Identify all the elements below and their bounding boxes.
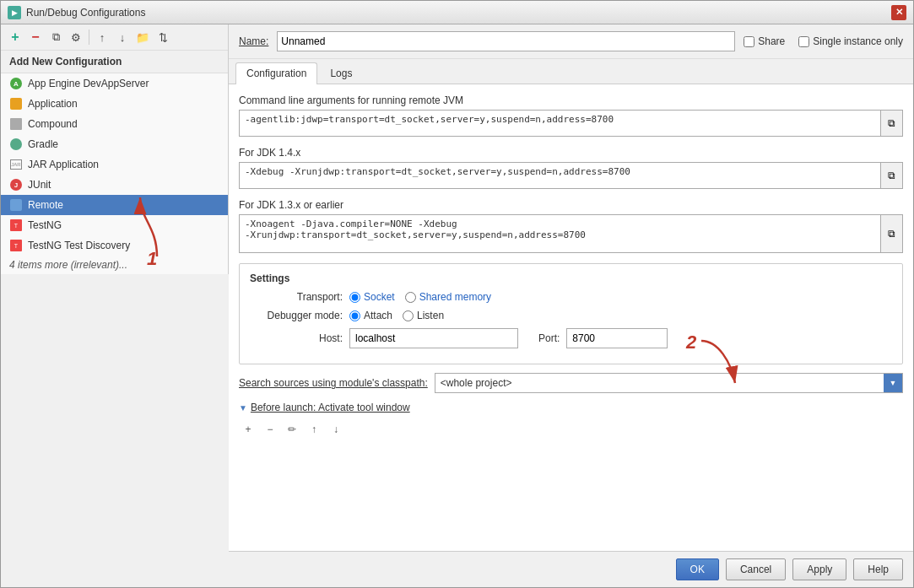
move-down-button[interactable]: ↓ [113, 28, 132, 46]
bottom-bar: OK Cancel Apply Help [229, 551, 913, 587]
close-button[interactable]: ✕ [891, 5, 906, 20]
collapse-button[interactable]: ▼ [239, 403, 247, 413]
jdk14-copy-button[interactable]: ⧉ [881, 162, 903, 189]
ok-button[interactable]: OK [676, 558, 719, 580]
cmd-args-textarea[interactable]: -agentlib:jdwp=transport=dt_socket,serve… [239, 110, 881, 137]
jdk13-copy-button[interactable]: ⧉ [881, 214, 903, 253]
config-item-remote[interactable]: Remote [1, 195, 228, 215]
window-title: Run/Debug Configurations [26, 7, 145, 19]
cmd-args-copy-button[interactable]: ⧉ [881, 110, 903, 137]
folder-button[interactable]: 📁 [133, 28, 152, 46]
tab-logs[interactable]: Logs [319, 62, 363, 84]
config-panel: Command line arguments for running remot… [229, 84, 913, 551]
single-instance-checkbox-label[interactable]: Single instance only [798, 35, 903, 47]
launch-up-button[interactable]: ↑ [305, 420, 323, 439]
compound-label: Compound [28, 118, 78, 130]
sort-button[interactable]: ⇅ [154, 28, 172, 46]
transport-row: Transport: Socket Shared memory [250, 291, 892, 303]
left-panel: + − ⧉ ⚙ ↑ ↓ 📁 ⇅ Add New Configuration [1, 24, 229, 274]
before-launch-header: ▼ Before launch: Activate tool window [239, 402, 903, 413]
left-toolbar: + − ⧉ ⚙ ↑ ↓ 📁 ⇅ [1, 24, 228, 51]
host-input[interactable] [349, 328, 518, 348]
name-input[interactable] [277, 31, 735, 51]
cmd-args-row: -agentlib:jdwp=transport=dt_socket,serve… [239, 110, 903, 137]
junit-label: JUnit [28, 179, 51, 191]
move-up-button[interactable]: ↑ [93, 28, 111, 46]
jar-label: JAR Application [28, 159, 99, 170]
launch-down-button[interactable]: ↓ [327, 420, 345, 439]
config-list: A App Engine DevAppServer Application [1, 73, 228, 274]
before-launch-label: Before launch: Activate tool window [251, 402, 410, 413]
window-icon: ▶ [8, 6, 21, 19]
config-item-junit[interactable]: J JUnit [1, 175, 228, 195]
testng-icon: T [9, 218, 23, 232]
share-checkbox-label[interactable]: Share [744, 35, 785, 47]
config-item-compound[interactable]: Compound [1, 114, 228, 134]
config-item-app-engine[interactable]: A App Engine DevAppServer [1, 73, 228, 94]
toolbar-separator [89, 30, 89, 45]
gradle-icon [9, 138, 23, 151]
socket-radio[interactable] [349, 292, 360, 303]
name-label: Name: [239, 35, 268, 47]
listen-radio-label[interactable]: Listen [403, 310, 444, 321]
tab-configuration[interactable]: Configuration [235, 62, 317, 84]
launch-remove-button[interactable]: − [261, 420, 279, 439]
main-content: + − ⧉ ⚙ ↑ ↓ 📁 ⇅ Add New Configuration [1, 24, 913, 587]
help-button[interactable]: Help [853, 558, 903, 580]
titlebar: ▶ Run/Debug Configurations ✕ [1, 1, 913, 24]
app-engine-icon: A [9, 77, 23, 90]
attach-radio[interactable] [349, 310, 360, 321]
name-bar: Name: Share Single instance only [229, 24, 913, 59]
single-instance-checkbox[interactable] [798, 36, 809, 47]
run-debug-configurations-window: ▶ Run/Debug Configurations ✕ + − ⧉ ⚙ ↑ ↓… [0, 0, 914, 588]
shared-memory-label: Shared memory [419, 291, 491, 303]
config-item-gradle[interactable]: Gradle [1, 134, 228, 154]
launch-edit-button[interactable]: ✏ [283, 420, 301, 439]
share-checkbox[interactable] [744, 36, 754, 47]
application-icon [9, 97, 23, 111]
shared-memory-radio-label[interactable]: Shared memory [405, 291, 491, 303]
config-item-testng-discovery[interactable]: T TestNG Test Discovery [1, 235, 228, 256]
port-input[interactable] [566, 328, 668, 348]
jdk13-label: For JDK 1.3.x or earlier [239, 199, 903, 211]
left-panel-wrapper: + − ⧉ ⚙ ↑ ↓ 📁 ⇅ Add New Configuration [1, 24, 229, 587]
launch-toolbar: + − ✏ ↑ ↓ [239, 418, 903, 440]
share-label: Share [758, 35, 785, 47]
remote-label: Remote [28, 199, 63, 211]
tabs: Configuration Logs [229, 59, 913, 84]
apply-button[interactable]: Apply [792, 558, 846, 580]
socket-radio-label[interactable]: Socket [349, 291, 395, 303]
module-dropdown-button[interactable] [884, 374, 902, 392]
debugger-mode-label: Debugger mode: [250, 310, 343, 321]
cancel-button[interactable]: Cancel [726, 558, 786, 580]
launch-add-button[interactable]: + [239, 420, 257, 439]
config-item-jar[interactable]: JAR JAR Application [1, 154, 228, 175]
transport-label: Transport: [250, 291, 343, 303]
listen-radio[interactable] [403, 310, 414, 321]
before-launch: ▼ Before launch: Activate tool window + … [239, 402, 903, 440]
host-port-row: Host: Port: [250, 328, 892, 348]
compound-icon [9, 117, 23, 131]
transport-radio-group: Socket Shared memory [349, 291, 491, 303]
config-item-testng[interactable]: T TestNG [1, 215, 228, 235]
testng-label: TestNG [28, 219, 62, 231]
jdk14-row: -Xdebug -Xrunjdwp:transport=dt_socket,se… [239, 162, 903, 189]
junit-icon: J [9, 178, 23, 192]
remove-config-button[interactable]: − [26, 28, 45, 46]
testng-discovery-icon: T [9, 239, 23, 252]
config-item-application[interactable]: Application [1, 94, 228, 114]
module-label: Search sources using module's classpath: [239, 377, 428, 389]
attach-radio-label[interactable]: Attach [349, 310, 392, 321]
shared-memory-radio[interactable] [405, 292, 416, 303]
copy-config-button[interactable]: ⧉ [46, 28, 65, 46]
module-select-wrap[interactable] [435, 373, 903, 393]
jdk13-textarea[interactable]: -Xnoagent -Djava.compiler=NONE -Xdebug -… [239, 214, 881, 253]
listen-label: Listen [417, 310, 444, 321]
add-config-button[interactable]: + [6, 28, 24, 46]
more-items-label: 4 items more (irrelevant)... [1, 256, 228, 274]
debugger-mode-row: Debugger mode: Attach Listen [250, 310, 892, 321]
settings-button[interactable]: ⚙ [67, 28, 85, 46]
module-select[interactable] [435, 374, 884, 392]
settings-title: Settings [250, 272, 892, 284]
jdk14-textarea[interactable]: -Xdebug -Xrunjdwp:transport=dt_socket,se… [239, 162, 881, 189]
